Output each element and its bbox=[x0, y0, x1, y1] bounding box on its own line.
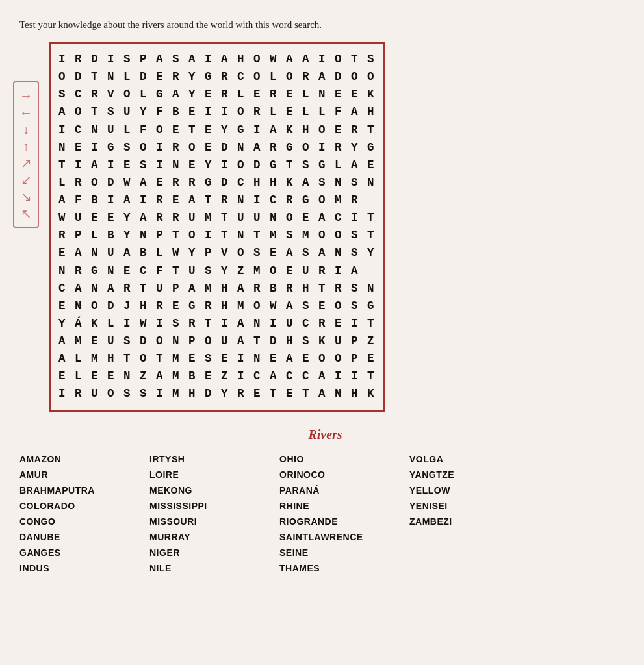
word-item: THAMES bbox=[279, 563, 409, 573]
direction-arrow: ↘ bbox=[21, 190, 32, 203]
word-item: DANUBE bbox=[19, 532, 149, 542]
word-item: GANGES bbox=[19, 547, 149, 558]
words-columns: AMAZONAMURBRAHMAPUTRACOLORADOCONGODANUBE… bbox=[19, 454, 631, 573]
direction-panel: →←↓↑↗↙↘↖ bbox=[13, 81, 39, 228]
grid-container: I R D I S P A S A I A H O W A A I O T S … bbox=[49, 42, 385, 412]
direction-arrow: ↖ bbox=[21, 207, 32, 220]
word-item: RIOGRANDE bbox=[279, 516, 409, 527]
word-item: MISSOURI bbox=[149, 516, 279, 527]
direction-arrow: ↗ bbox=[21, 157, 32, 169]
word-item: ORINOCO bbox=[279, 470, 409, 480]
word-item: YENISEI bbox=[409, 501, 539, 511]
word-item: AMAZON bbox=[19, 454, 149, 464]
word-item: INDUS bbox=[19, 563, 149, 573]
word-item: OHIO bbox=[279, 454, 409, 464]
word-item: VOLGA bbox=[409, 454, 539, 464]
word-item: MISSISSIPPI bbox=[149, 501, 279, 511]
word-item: IRTYSH bbox=[149, 454, 279, 464]
word-item: YELLOW bbox=[409, 485, 539, 496]
word-item: RHINE bbox=[279, 501, 409, 511]
word-item: BRAHMAPUTRA bbox=[19, 485, 149, 496]
word-item: YANGTZE bbox=[409, 470, 539, 480]
word-item: NIGER bbox=[149, 547, 279, 558]
word-item: SAINTLAWRENCE bbox=[279, 532, 409, 542]
word-item: LOIRE bbox=[149, 470, 279, 480]
words-col-3: VOLGAYANGTZEYELLOWYENISEIZAMBEZI bbox=[409, 454, 539, 573]
direction-arrow: ← bbox=[19, 106, 32, 119]
direction-arrow: → bbox=[19, 89, 32, 102]
direction-arrow: ↓ bbox=[23, 123, 29, 136]
words-col-0: AMAZONAMURBRAHMAPUTRACOLORADOCONGODANUBE… bbox=[19, 454, 149, 573]
words-col-1: IRTYSHLOIREMEKONGMISSISSIPPIMISSOURIMURR… bbox=[149, 454, 279, 573]
word-item: ZAMBEZI bbox=[409, 516, 539, 527]
word-item: NILE bbox=[149, 563, 279, 573]
word-item: PARANÁ bbox=[279, 485, 409, 496]
words-title: Rivers bbox=[19, 427, 631, 442]
word-item: AMUR bbox=[19, 470, 149, 480]
word-item: MURRAY bbox=[149, 532, 279, 542]
word-item: CONGO bbox=[19, 516, 149, 527]
words-col-2: OHIOORINOCOPARANÁRHINERIOGRANDESAINTLAWR… bbox=[279, 454, 409, 573]
direction-arrow: ↑ bbox=[23, 140, 29, 153]
word-grid: I R D I S P A S A I A H O W A A I O T S … bbox=[58, 51, 376, 403]
word-item: SEINE bbox=[279, 547, 409, 558]
word-item: COLORADO bbox=[19, 501, 149, 511]
direction-arrow: ↙ bbox=[21, 173, 32, 186]
word-item: MEKONG bbox=[149, 485, 279, 496]
main-content: →←↓↑↗↙↘↖ I R D I S P A S A I A H O W A A… bbox=[13, 42, 631, 412]
intro-text: Test your knowledge about the rivers aro… bbox=[19, 19, 631, 31]
words-section: Rivers AMAZONAMURBRAHMAPUTRACOLORADOCONG… bbox=[13, 427, 631, 573]
